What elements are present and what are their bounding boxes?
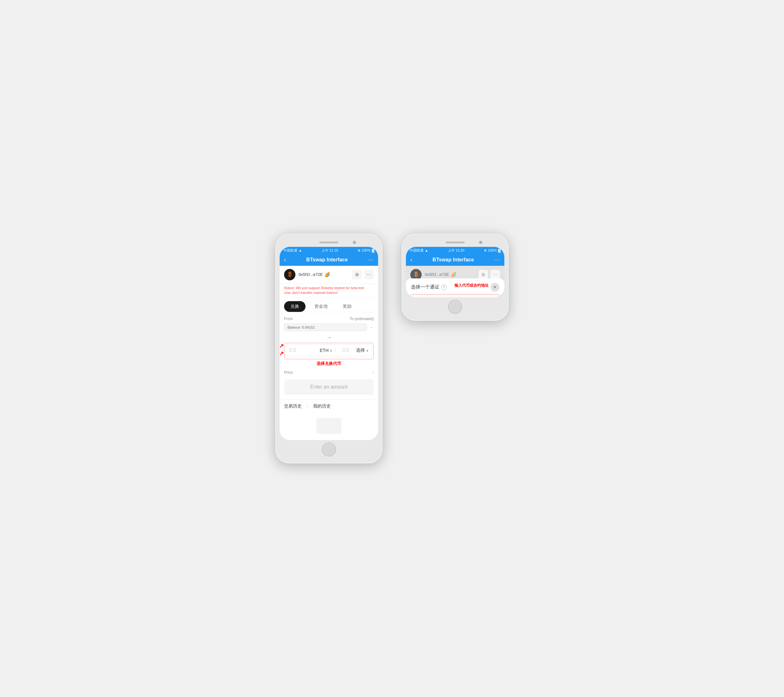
phone-bottom-right	[406, 297, 504, 316]
account-address-right: 0x5f1f...e72E 🌈	[425, 272, 475, 277]
address-text-right: 0x5f1f...e72E	[425, 272, 449, 277]
menu-button-right[interactable]: ···	[494, 257, 500, 263]
amount-inputs-dashed: ETH ∨ 选择 ∨	[284, 343, 374, 359]
annotation-select-label: 选择兑换代币	[316, 361, 341, 366]
account-actions-left: ⚙ ⋯	[352, 270, 374, 279]
notice-left: Notice: We just support Rinkeby testnet …	[280, 284, 378, 298]
from-label: From	[284, 316, 293, 321]
home-button-left[interactable]	[322, 443, 336, 456]
status-bar-left: 中国联通 ▲ 上午 11:19 ⊕ 100% ▓	[280, 247, 378, 254]
balance-badge: Balance: 0.04152	[284, 323, 367, 331]
dash-separator: -	[370, 325, 374, 330]
account-avatar-left: ₿	[284, 269, 295, 280]
camera-left	[353, 241, 356, 244]
tabs-left: 兑换 资金池 奖励	[280, 297, 378, 312]
token-select-modal: 选择一个通证 ? 输入代币或合约地址 × Search name or past…	[406, 278, 504, 298]
price-label: Price	[284, 370, 293, 375]
location-icon-left: ⊕	[357, 249, 361, 252]
nav-bar-right: ‹ BTswap Interface ···	[406, 254, 504, 266]
status-left: 中国联通 ▲	[283, 248, 302, 253]
notice-line2-left: now, don't transfer mainnet tokens!	[284, 290, 374, 295]
camera-right	[479, 241, 482, 244]
history-tab-all[interactable]: 交易历史	[284, 404, 302, 409]
red-arrow-left-2: ↗	[280, 350, 284, 357]
wifi-icon-left: ▲	[298, 249, 302, 252]
wifi-icon-right: ▲	[425, 249, 428, 252]
to-token-select-label: 选择	[356, 348, 365, 353]
swap-arrow-icon: →	[326, 334, 332, 341]
app-title-right: BTswap Interface	[412, 257, 494, 263]
modal-help-icon[interactable]: ?	[441, 284, 447, 290]
battery-icon-left: ▓	[372, 249, 374, 252]
more-button-left[interactable]: ⋯	[364, 270, 374, 279]
to-token-arrow: ∨	[366, 348, 369, 353]
account-actions-right: ⚙ ⋯	[478, 270, 500, 279]
gear-button-left[interactable]: ⚙	[352, 270, 362, 279]
token-inputs-wrapper: Balance: 0.04152 - → ETH ∨	[284, 323, 374, 366]
arrow-row: →	[284, 333, 374, 343]
tab-pool-left[interactable]: 资金池	[308, 301, 334, 312]
address-text-left: 0x5f1f...e72E	[298, 272, 323, 277]
from-token-arrow: ∨	[330, 348, 332, 353]
swap-form-left: From To (estimated) Balance: 0.04152 - →	[280, 312, 378, 399]
status-left-right: 中国联通 ▲	[410, 248, 428, 253]
from-amount-input[interactable]	[289, 348, 317, 353]
to-amount-input[interactable]	[338, 348, 354, 353]
menu-button-left[interactable]: ···	[368, 257, 374, 263]
gear-button-right[interactable]: ⚙	[478, 270, 488, 279]
search-wrapper: Search name or paste address ↗	[410, 294, 500, 298]
more-button-right[interactable]: ⋯	[491, 270, 500, 279]
phone-right: 中国联通 ▲ 上午 11:20 ⊕ 100% ▓ ‹ BTswap Interf…	[402, 234, 509, 321]
time-right: 上午 11:20	[448, 248, 464, 253]
thumbnail-placeholder	[316, 418, 341, 434]
battery-icon-right: ▓	[498, 249, 501, 252]
battery-right: 100%	[488, 249, 497, 252]
annotation-search-label: 输入代币或合约地址	[455, 283, 489, 288]
account-row-left: ₿ 0x5f1f...e72E 🌈 ⚙ ⋯	[280, 266, 378, 284]
phone-screen-right: 中国联通 ▲ 上午 11:20 ⊕ 100% ▓ ‹ BTswap Interf…	[406, 247, 504, 298]
phone-top-left	[280, 238, 378, 247]
history-tabs-left: 交易历史 | 我的历史	[280, 399, 378, 412]
modal-title: 选择一个通证 ?	[411, 284, 447, 290]
to-token-select[interactable]: 选择 ∨	[356, 348, 369, 353]
from-token-name: ETH	[320, 348, 329, 353]
red-arrow-left-1: ↗	[280, 343, 284, 349]
phone-top-right	[406, 238, 504, 247]
phone-screen-left: 中国联通 ▲ 上午 11:19 ⊕ 100% ▓ ‹ BTswap Interf…	[280, 247, 378, 440]
thumbnail-area	[280, 412, 378, 440]
phone-left: 中国联通 ▲ 上午 11:19 ⊕ 100% ▓ ‹ BTswap Interf…	[275, 234, 382, 464]
price-value: -	[372, 370, 374, 375]
token-row-top: Balance: 0.04152 -	[284, 323, 374, 331]
app-title-left: BTswap Interface	[286, 257, 368, 263]
history-tab-mine[interactable]: 我的历史	[313, 404, 331, 409]
carrier-left: 中国联通	[283, 248, 297, 253]
status-right-right: ⊕ 100% ▓	[484, 249, 501, 252]
price-row: Price -	[284, 369, 374, 376]
history-tab-sep: |	[307, 404, 308, 409]
enter-amount-button[interactable]: Enter an amount	[284, 379, 374, 395]
speaker-right	[446, 242, 464, 243]
tab-reward-left[interactable]: 奖励	[336, 301, 358, 312]
account-address-left: 0x5f1f...e72E 🌈	[298, 272, 349, 277]
red-arrow-search: ↗	[406, 297, 409, 298]
swap-labels: From To (estimated)	[284, 316, 374, 321]
modal-close-button[interactable]: ×	[491, 283, 499, 292]
annotation-select-wrapper: 选择兑换代币	[284, 361, 374, 366]
time-left: 上午 11:19	[322, 248, 338, 253]
status-bar-right: 中国联通 ▲ 上午 11:20 ⊕ 100% ▓	[406, 247, 504, 254]
home-button-right[interactable]	[448, 300, 462, 314]
rainbow-icon-left: 🌈	[325, 272, 330, 277]
location-icon-right: ⊕	[484, 249, 487, 252]
scene: 中国联通 ▲ 上午 11:19 ⊕ 100% ▓ ‹ BTswap Interf…	[275, 234, 509, 464]
battery-left: 100%	[362, 249, 371, 252]
carrier-right: 中国联通	[410, 248, 423, 253]
tab-swap-left[interactable]: 兑换	[284, 301, 306, 312]
phone-bottom-left	[280, 440, 378, 459]
rainbow-icon-right: 🌈	[451, 272, 456, 277]
modal-header: 选择一个通证 ? 输入代币或合约地址 ×	[406, 278, 504, 294]
from-token-select[interactable]: ETH ∨	[320, 348, 332, 353]
notice-line1-left: Notice: We just support Rinkeby testnet …	[284, 286, 374, 290]
search-dashed-box: Search name or paste address	[410, 294, 500, 298]
modal-title-text: 选择一个通证	[411, 284, 439, 290]
to-label: To (estimated)	[350, 316, 374, 321]
